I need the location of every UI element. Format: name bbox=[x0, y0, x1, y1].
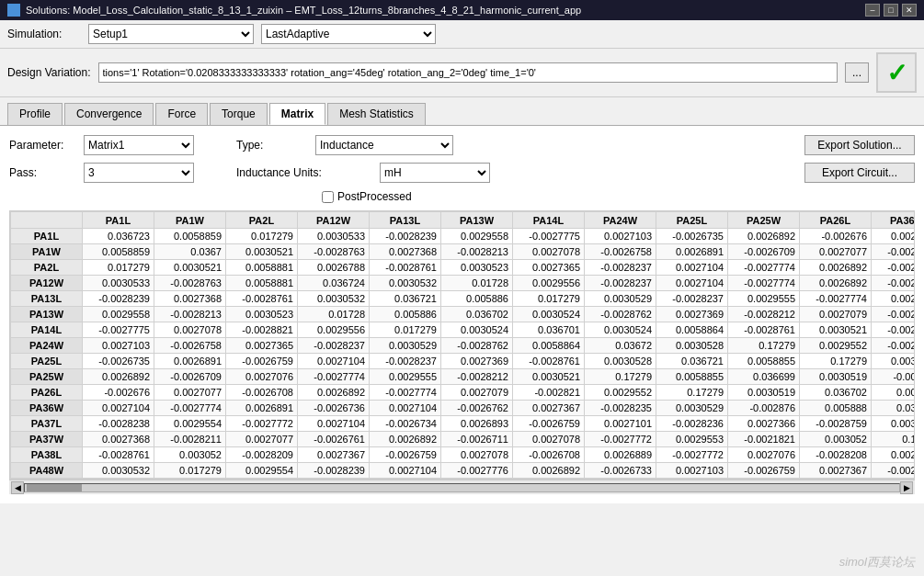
matrix-col-header-PA12W: PA12W bbox=[298, 212, 370, 229]
cell-PA13W-PA36W: -0.0026762 bbox=[872, 307, 916, 322]
cell-PA14L-PA13L: 0.017279 bbox=[370, 322, 441, 338]
cell-PA25L-PA12W: 0.0027104 bbox=[298, 354, 370, 369]
cell-PA37W-PA2L: 0.0027077 bbox=[226, 432, 298, 447]
cell-PA1W-PA13W: -0.0028213 bbox=[441, 244, 513, 260]
cell-PA36W-PA12W: -0.0026736 bbox=[298, 401, 370, 416]
cell-PA25W-PA13W: -0.0028212 bbox=[441, 369, 513, 385]
cell-PA37L-PA13W: 0.0026893 bbox=[441, 416, 513, 432]
parameter-select[interactable]: Matrix1 bbox=[84, 135, 194, 155]
cell-PA2L-PA2L: 0.0058881 bbox=[226, 260, 298, 276]
row-label-PA48W: PA48W bbox=[11, 463, 83, 479]
title-bar: Solutions: Model_Loss_Calculation_static… bbox=[0, 0, 924, 20]
cell-PA2L-PA25L: 0.0027104 bbox=[656, 260, 728, 276]
cell-PA25L-PA1W: 0.0026891 bbox=[154, 354, 226, 369]
scroll-right-arrow[interactable]: ▶ bbox=[900, 481, 913, 494]
cell-PA25L-PA2L: -0.0026759 bbox=[226, 354, 298, 369]
cell-PA38L-PA13L: -0.0026759 bbox=[370, 447, 441, 463]
matrix-table: PA1LPA1WPA2LPA12WPA13LPA13WPA14LPA24WPA2… bbox=[10, 211, 915, 479]
cell-PA13W-PA24W: -0.0028762 bbox=[585, 307, 656, 322]
cell-PA38L-PA14L: -0.0026708 bbox=[513, 447, 585, 463]
table-row: PA1W0.00588590.03670.0030521-0.00287630.… bbox=[11, 244, 916, 260]
cell-PA14L-PA24W: 0.0030524 bbox=[585, 322, 656, 338]
window-controls: – □ ✕ bbox=[865, 4, 917, 17]
export-solution-button[interactable]: Export Solution... bbox=[804, 135, 915, 155]
browse-button[interactable]: ... bbox=[845, 62, 869, 83]
design-variation-label: Design Variation: bbox=[7, 66, 91, 79]
design-variation-row: Design Variation: ... ✓ bbox=[0, 49, 924, 97]
cell-PA2L-PA12W: 0.0026788 bbox=[298, 260, 370, 276]
table-row: PA25W0.0026892-0.00267090.0027076-0.0027… bbox=[11, 369, 916, 385]
cell-PA26L-PA1L: -0.002676 bbox=[83, 385, 154, 401]
cell-PA24W-PA1W: -0.0026758 bbox=[154, 338, 226, 354]
scroll-thumb[interactable] bbox=[27, 484, 82, 491]
table-row: PA37L-0.00282380.0029554-0.00277720.0027… bbox=[11, 416, 916, 432]
simulation-row: Simulation: Setup1 LastAdaptive bbox=[0, 20, 924, 49]
cell-PA25W-PA12W: -0.0027774 bbox=[298, 369, 370, 385]
postprocessed-checkbox[interactable] bbox=[322, 191, 334, 203]
inductance-units-select[interactable]: mH bbox=[380, 163, 490, 183]
tabs-bar: Profile Convergence Force Torque Matrix … bbox=[0, 97, 924, 126]
cell-PA13W-PA25L: 0.0027369 bbox=[656, 307, 728, 322]
cell-PA1W-PA26L: 0.0027077 bbox=[800, 244, 872, 260]
row-label-PA36W: PA36W bbox=[11, 401, 83, 416]
cell-PA14L-PA12W: 0.0029556 bbox=[298, 322, 370, 338]
tab-convergence[interactable]: Convergence bbox=[64, 103, 154, 125]
minimize-button[interactable]: – bbox=[865, 4, 880, 17]
scroll-track[interactable] bbox=[24, 483, 900, 492]
maximize-button[interactable]: □ bbox=[884, 4, 898, 17]
watermark: simol西莫论坛 bbox=[839, 554, 915, 570]
tab-torque[interactable]: Torque bbox=[210, 103, 268, 125]
cell-PA26L-PA2L: -0.0026708 bbox=[226, 385, 298, 401]
cell-PA12W-PA26L: 0.0026892 bbox=[800, 276, 872, 291]
cell-PA26L-PA26L: 0.036702 bbox=[800, 385, 872, 401]
export-circuit-button[interactable]: Export Circuit... bbox=[804, 163, 915, 183]
cell-PA38L-PA24W: 0.0026889 bbox=[585, 447, 656, 463]
close-button[interactable]: ✕ bbox=[902, 4, 917, 17]
cell-PA37W-PA25W: -0.0021821 bbox=[728, 432, 800, 447]
cell-PA36W-PA25W: -0.002876 bbox=[728, 401, 800, 416]
cell-PA1W-PA12W: -0.0028763 bbox=[298, 244, 370, 260]
row-label-PA14L: PA14L bbox=[11, 322, 83, 338]
horizontal-scrollbar[interactable]: ◀ ▶ bbox=[9, 480, 915, 494]
matrix-col-header-PA25W: PA25W bbox=[728, 212, 800, 229]
cell-PA48W-PA25L: 0.0027103 bbox=[656, 463, 728, 479]
cell-PA38L-PA1W: 0.003052 bbox=[154, 447, 226, 463]
setup-select[interactable]: Setup1 bbox=[88, 24, 254, 44]
tab-mesh-statistics[interactable]: Mesh Statistics bbox=[327, 103, 426, 125]
cell-PA14L-PA1L: -0.0027775 bbox=[83, 322, 154, 338]
inductance-units-label: Inductance Units: bbox=[236, 166, 337, 179]
apply-button[interactable]: ✓ bbox=[876, 52, 917, 93]
cell-PA1W-PA1L: 0.0058859 bbox=[83, 244, 154, 260]
tab-force[interactable]: Force bbox=[155, 103, 208, 125]
table-row: PA36W0.0027104-0.00277740.0026891-0.0026… bbox=[11, 401, 916, 416]
cell-PA13W-PA12W: 0.01728 bbox=[298, 307, 370, 322]
simulation-label: Simulation: bbox=[7, 28, 81, 40]
type-select[interactable]: Inductance bbox=[315, 135, 453, 155]
cell-PA36W-PA14L: 0.0027367 bbox=[513, 401, 585, 416]
table-row: PA38L-0.00287610.003052-0.00282090.00273… bbox=[11, 447, 916, 463]
table-row: PA14L-0.00277750.0027078-0.00288210.0029… bbox=[11, 322, 916, 338]
adaptive-select[interactable]: LastAdaptive bbox=[261, 24, 436, 44]
cell-PA14L-PA13W: 0.0030524 bbox=[441, 322, 513, 338]
matrix-col-header-PA13W: PA13W bbox=[441, 212, 513, 229]
cell-PA13W-PA14L: 0.0030524 bbox=[513, 307, 585, 322]
table-row: PA24W0.0027103-0.00267580.0027365-0.0028… bbox=[11, 338, 916, 354]
matrix-table-wrapper[interactable]: PA1LPA1WPA2LPA12WPA13LPA13WPA14LPA24WPA2… bbox=[9, 210, 915, 480]
cell-PA37L-PA2L: -0.0027772 bbox=[226, 416, 298, 432]
row-label-PA13W: PA13W bbox=[11, 307, 83, 322]
cell-PA24W-PA13W: -0.0028762 bbox=[441, 338, 513, 354]
cell-PA1L-PA26L: -0.002676 bbox=[800, 229, 872, 244]
cell-PA1W-PA1W: 0.0367 bbox=[154, 244, 226, 260]
cell-PA25W-PA1W: -0.0026709 bbox=[154, 369, 226, 385]
cell-PA12W-PA25L: 0.0027104 bbox=[656, 276, 728, 291]
tab-matrix[interactable]: Matrix bbox=[269, 103, 325, 125]
design-variation-input[interactable] bbox=[98, 62, 838, 83]
scroll-left-arrow[interactable]: ◀ bbox=[11, 481, 24, 494]
tab-profile[interactable]: Profile bbox=[7, 103, 63, 125]
pass-select[interactable]: 3 bbox=[84, 163, 194, 183]
cell-PA25W-PA1L: 0.0026892 bbox=[83, 369, 154, 385]
cell-PA48W-PA24W: -0.0026733 bbox=[585, 463, 656, 479]
cell-PA1L-PA13L: -0.0028239 bbox=[370, 229, 441, 244]
cell-PA48W-PA1W: 0.017279 bbox=[154, 463, 226, 479]
cell-PA13L-PA1L: -0.0028239 bbox=[83, 291, 154, 307]
